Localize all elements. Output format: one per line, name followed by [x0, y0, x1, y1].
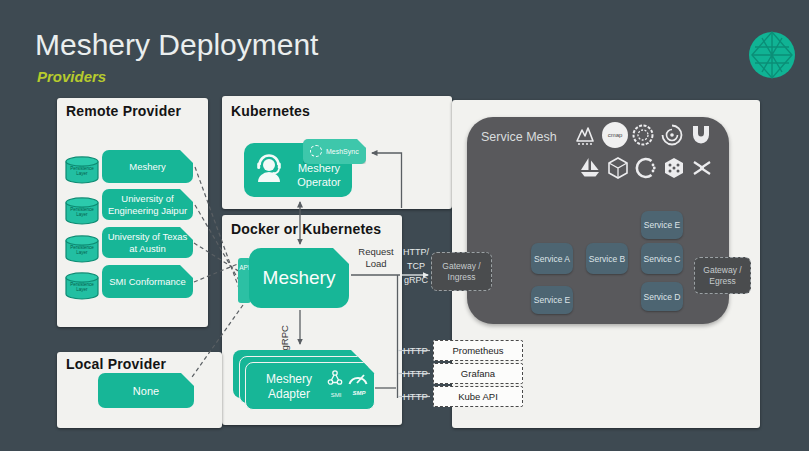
service-c-box: Service C [641, 243, 683, 274]
kubernetes-title: Kubernetes [231, 103, 310, 119]
knot-x-logo-icon [689, 155, 715, 181]
provider-ut-austin: University of Texas at Austin [102, 227, 193, 258]
load-label: Load [352, 258, 400, 270]
provider-meshery: Meshery [102, 150, 193, 183]
service-b-box: Service B [586, 243, 628, 274]
persistence-db-icon: Persistence Layer [64, 235, 100, 263]
slide: Meshery Deployment Providers Remote Prov… [0, 0, 809, 451]
gateway-egress-box: Gateway / Egress [694, 257, 751, 294]
cmap-logo-text: cmap [608, 132, 623, 138]
persistence-db-icon: Persistence Layer [64, 197, 100, 225]
meshery-adapter-label: Meshery Adapter [256, 372, 322, 402]
provider-uej: University of Engineering Jaipur [102, 189, 193, 220]
docker-title: Docker or Kubernetes [231, 221, 381, 237]
prometheus-box: Prometheus [433, 340, 523, 361]
swirl-circle-logo-icon [659, 122, 685, 148]
service-e-left-box: Service E [531, 286, 573, 314]
page-title: Meshery Deployment [35, 28, 318, 62]
provider-none: None [98, 373, 194, 408]
meshsync-icon [310, 145, 322, 157]
kube-api-box: Kube API [433, 386, 523, 407]
http-label-prometheus: HTTP [403, 345, 428, 356]
meshery-core-box: Meshery [249, 248, 349, 308]
http-protocol: HTTP/ [399, 246, 433, 260]
service-mesh-box [467, 117, 729, 324]
smp-label: SMP [347, 390, 371, 396]
grpc-protocol: gRPC [399, 274, 433, 288]
service-d-box: Service D [641, 282, 683, 311]
persistence-label: Persistence Layer [64, 245, 100, 256]
smi-label: SMI [327, 392, 345, 398]
mesh-flame-logo-icon [572, 122, 598, 148]
gateway-ingress-box: Gateway / Ingress [431, 252, 492, 291]
cmap-logo-icon: cmap [602, 122, 628, 148]
request-load-label: Request Load [352, 246, 400, 272]
persistence-db-icon: Persistence Layer [64, 156, 100, 184]
tcp-protocol: TCP [399, 260, 433, 274]
meshery-logo-icon [747, 30, 797, 80]
protocol-stack-label: HTTP/ TCP gRPC [399, 246, 433, 292]
operator-icon [250, 150, 288, 188]
request-label: Request [352, 246, 400, 258]
persistence-db-icon: Persistence Layer [64, 272, 100, 300]
provider-smi-conformance: SMI Conformance [102, 265, 193, 298]
grpc-label: gRPC [279, 311, 290, 351]
shield-u-logo-icon [688, 122, 714, 148]
service-a-box: Service A [531, 243, 573, 274]
c-dots-logo-icon [633, 155, 659, 181]
smi-icon: SMI [327, 369, 345, 397]
grafana-box: Grafana [433, 363, 523, 384]
knot-circle-logo-icon [630, 122, 656, 148]
cube-logo-icon [605, 155, 631, 181]
sailboat-logo-icon [577, 155, 603, 181]
persistence-label: Persistence Layer [64, 282, 100, 293]
remote-provider-title: Remote Provider [66, 103, 181, 119]
http-label-grafana: HTTP [403, 368, 428, 379]
http-label-kubeapi: HTTP [403, 391, 428, 402]
service-mesh-title: Service Mesh [481, 130, 557, 144]
smp-icon: SMP [347, 370, 371, 398]
persistence-label: Persistence Layer [64, 166, 100, 177]
meshery-operator-label: Meshery Operator [288, 161, 350, 195]
local-provider-title: Local Provider [66, 356, 166, 372]
page-subtitle: Providers [37, 68, 106, 85]
persistence-label: Persistence Layer [64, 207, 100, 218]
hex-mesh-logo-icon [661, 155, 687, 181]
meshsync-label: MeshSync [326, 148, 364, 155]
service-e-top-box: Service E [641, 211, 683, 239]
